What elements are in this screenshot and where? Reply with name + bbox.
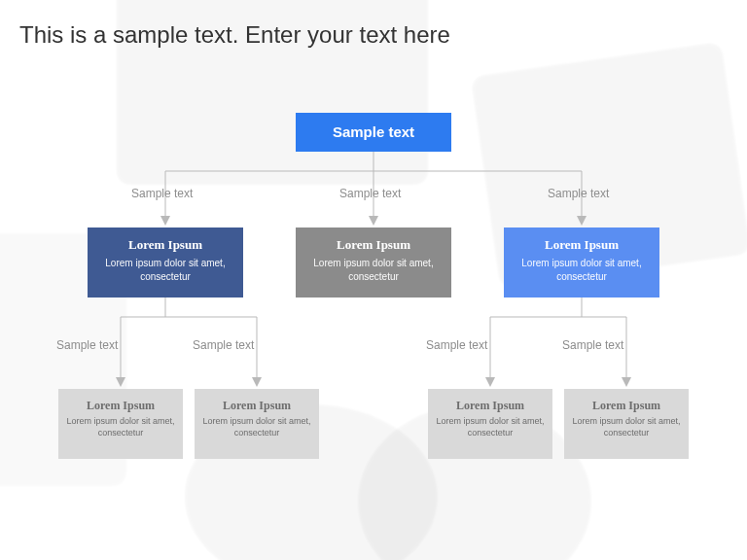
node-desc: Lorem ipsum dolor sit amet, consectetur (434, 416, 547, 438)
root-node: Sample text (296, 113, 451, 152)
leaf-node-d: Lorem Ipsum Lorem ipsum dolor sit amet, … (564, 389, 689, 459)
mid-node-a: Lorem Ipsum Lorem ipsum dolor sit amet, … (88, 228, 243, 298)
svg-marker-1 (369, 216, 378, 226)
node-title: Lorem Ipsum (512, 237, 652, 253)
slide-heading: This is a sample text. Enter your text h… (19, 21, 450, 49)
mid-node-c: Lorem Ipsum Lorem ipsum dolor sit amet, … (504, 228, 659, 298)
edge-label: Sample text (426, 338, 487, 352)
edge-label: Sample text (131, 187, 193, 200)
leaf-node-c: Lorem Ipsum Lorem ipsum dolor sit amet, … (428, 389, 552, 459)
edge-label: Sample text (548, 187, 609, 200)
leaf-node-a: Lorem Ipsum Lorem ipsum dolor sit amet, … (58, 389, 183, 459)
node-title: Lorem Ipsum (95, 237, 235, 253)
edge-label: Sample text (193, 338, 254, 352)
node-desc: Lorem ipsum dolor sit amet, consectetur (95, 257, 235, 283)
svg-marker-0 (160, 216, 170, 226)
edge-label: Sample text (56, 338, 118, 352)
svg-marker-5 (485, 377, 495, 387)
node-title: Lorem Ipsum (570, 399, 683, 413)
mid-node-b: Lorem Ipsum Lorem ipsum dolor sit amet, … (296, 228, 451, 298)
node-title: Lorem Ipsum (434, 399, 547, 413)
edge-label: Sample text (562, 338, 623, 352)
node-desc: Lorem ipsum dolor sit amet, consectetur (303, 257, 444, 283)
edge-label: Sample text (339, 187, 401, 200)
svg-marker-6 (622, 377, 631, 387)
node-desc: Lorem ipsum dolor sit amet, consectetur (64, 416, 177, 438)
node-title: Lorem Ipsum (64, 399, 177, 413)
node-desc: Lorem ipsum dolor sit amet, consectetur (200, 416, 313, 438)
svg-marker-4 (252, 377, 262, 387)
node-desc: Lorem ipsum dolor sit amet, consectetur (570, 416, 683, 438)
node-title: Lorem Ipsum (303, 237, 444, 253)
leaf-node-b: Lorem Ipsum Lorem ipsum dolor sit amet, … (195, 389, 319, 459)
node-desc: Lorem ipsum dolor sit amet, consectetur (512, 257, 652, 283)
node-title: Lorem Ipsum (200, 399, 313, 413)
